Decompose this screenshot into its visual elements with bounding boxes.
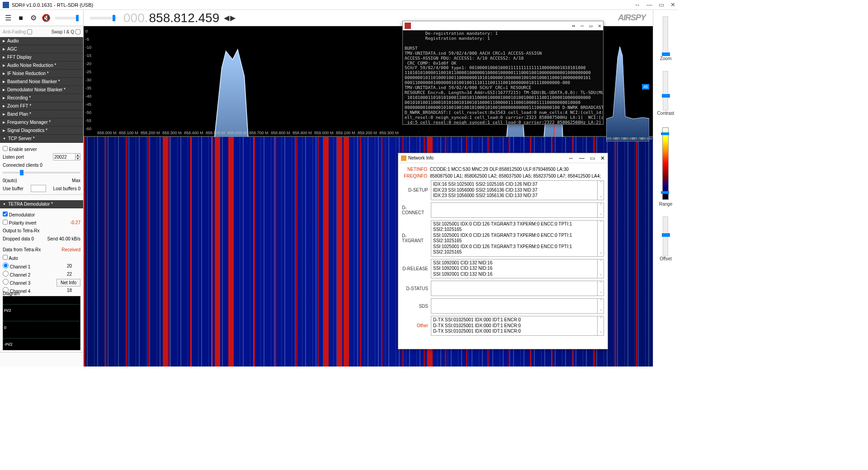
menu-icon[interactable]: ☰ [3,13,14,24]
scrollbar[interactable]: ˄˅ [598,259,604,279]
resize-icon[interactable]: ↔ [572,23,575,29]
polarity-checkbox[interactable]: Polarity invert [3,220,36,226]
use-buffer-label: Use buffer [3,186,24,191]
zoom-slider[interactable] [663,16,668,56]
y-axis-label: -50 [85,110,91,115]
panel-header[interactable]: Audio [0,37,83,45]
close-icon[interactable]: ✕ [670,2,675,8]
y-axis-label: -25 [85,70,91,74]
scrollbar[interactable]: ˄˅ [598,298,604,314]
enable-server-checkbox[interactable]: Enable server [3,146,37,152]
panel-header[interactable]: FFT Display [0,53,83,61]
x-axis-label: 859.300 M [379,131,399,135]
x-axis-label: 858.200 M [141,131,160,135]
offset-slider[interactable] [663,216,668,256]
contrast-slider[interactable] [663,71,668,111]
resize-icon[interactable]: ↔ [634,2,640,8]
maximize-icon[interactable]: ▭ [590,23,593,29]
netinfo-titlebar[interactable]: Network Info ↔—▭✕ [398,153,608,163]
panel-header[interactable]: Frequency Manager * [0,118,83,127]
netinfo-app-icon [401,155,406,161]
app-icon [3,2,9,8]
listen-port-input[interactable]: ▲▼ [53,153,80,160]
panel-header[interactable]: IF Noise Reduction * [0,70,83,78]
close-icon[interactable]: ✕ [598,23,601,29]
chevron-left-icon: ◀ [224,14,229,22]
x-axis-label: 859.000 M [314,131,334,135]
frequency-display[interactable]: 000.858.812.459 [123,11,219,25]
mute-icon[interactable]: 🔇 [41,13,52,24]
minimize-icon[interactable]: — [580,23,584,29]
auto-checkbox[interactable]: Auto [3,255,18,261]
netinfo-section-box [431,202,598,218]
y-axis-label: -35 [85,86,91,90]
panel-header[interactable]: Baseband Noise Blanker * [0,78,83,86]
sidebar: ☰ ■ ⚙ 🔇 Anti-Fading Swap I & Q AudioAGCF… [0,10,84,367]
scrollbar[interactable]: ˄˅ [598,202,604,218]
panel-header[interactable]: Signal Diagnostics * [0,127,83,135]
console-titlebar[interactable]: ↔—▭✕ [403,21,603,30]
connected-clients: Connected clients 0 [3,163,42,168]
panel-header[interactable]: Audio Noise Reduction * [0,61,83,70]
y-axis-label: -60 [85,127,91,131]
secondary-spectrum: 45 859.400859.500859.600859.700859.800 [606,31,649,141]
netinfo-section-box [431,298,598,314]
y-axis-label: -45 [85,102,91,107]
y-axis-label: -40 [85,94,91,99]
y-axis-label: -5 [85,37,89,42]
panel-tcp-header[interactable]: TCP Server * [0,135,83,143]
scrollbar[interactable]: ˄˅ [598,220,604,257]
scrollbar[interactable]: ˄˅ [598,281,604,296]
use-buffer-input[interactable] [31,185,46,192]
x-axis-label: 858.500 M [206,131,225,135]
resize-icon[interactable]: ↔ [568,155,574,161]
channel-radio[interactable]: Channel 3 [3,279,30,286]
netinfo-section-box: SSI:1025001 IDX:0 CID:126 TXGRANT:3 TXPE… [431,220,598,257]
anti-fading-checkbox[interactable]: Anti-Fading [3,29,32,34]
volume-slider[interactable] [55,17,79,19]
panel-tetra: Demodulator Polarity invert-0.27 Output … [0,208,83,352]
y-axis-label: -15 [85,53,91,58]
minimize-icon[interactable]: — [579,155,585,161]
demodulator-checkbox[interactable]: Demodulator [3,212,35,217]
netinfo-section-label: D-RELEASE [402,259,431,279]
panel-header[interactable]: AGC [0,45,83,53]
y-axis-label: 0 [85,29,88,33]
x-axis-label: 859.100 M [336,131,355,135]
network-info-window[interactable]: Network Info ↔—▭✕ NETINFOCCODE:1 MCC:530… [398,153,608,349]
panel-header[interactable]: Zoom FFT * [0,102,83,110]
panel-header[interactable]: Band Plan * [0,110,83,118]
panel-tcp: Enable server Listen port ▲▼ Connected c… [0,143,83,195]
channel-radio[interactable]: Channel 1 [3,263,30,269]
gear-icon[interactable]: ⚙ [28,13,39,24]
maximize-icon[interactable]: ▭ [590,155,595,161]
minimize-icon[interactable]: — [646,2,652,8]
tune-slider[interactable] [90,17,117,19]
netinfo-section-box: SSI:1092001 CID:132 NID:16SSI:1092001 CI… [431,259,598,279]
swap-iq-checkbox[interactable]: Swap I & Q [51,29,80,34]
stop-icon[interactable]: ■ [15,13,26,24]
channel-radio[interactable]: Channel 2 [3,271,30,277]
netinfo-section-label: SDS [402,298,431,314]
x-axis-label: 858.300 M [162,131,182,135]
decoder-console-window[interactable]: ↔—▭✕ De-registration mandatory: 1 Regist… [402,21,604,125]
panel-header[interactable]: Demodulator Noise Blanker * [0,86,83,94]
window-controls: ↔ — ▭ ✕ [634,2,675,8]
netinfo-section-label: D-STATUS [402,281,431,296]
panel-tetra-header[interactable]: TETRA Demodulator * [0,200,83,208]
panel-header[interactable]: Recording * [0,94,83,102]
scrollbar[interactable]: ˄˅ [598,180,604,200]
maximize-icon[interactable]: ▭ [659,2,664,8]
netinfo-section-box: D-TX SSI:01025001 IDX:000 IDT:1 ENCR:0D-… [431,316,598,336]
x-axis-label: 859.200 M [358,131,377,135]
x-axis-label: 858.900 M [292,131,312,135]
netinfo-section-label: D-CONNECT [402,202,431,218]
net-info-button[interactable]: Net Info [57,279,80,287]
x-axis-label: 858.100 M [119,131,138,135]
tcp-slider[interactable] [3,172,80,174]
x-axis-label: 858.700 M [249,131,269,135]
freq-step-arrows[interactable]: ◀▶ [224,14,236,22]
lost-buffers: Lost buffers 0 [53,186,80,191]
scrollbar[interactable]: ˄˅ [598,316,604,336]
close-icon[interactable]: ✕ [600,155,605,161]
